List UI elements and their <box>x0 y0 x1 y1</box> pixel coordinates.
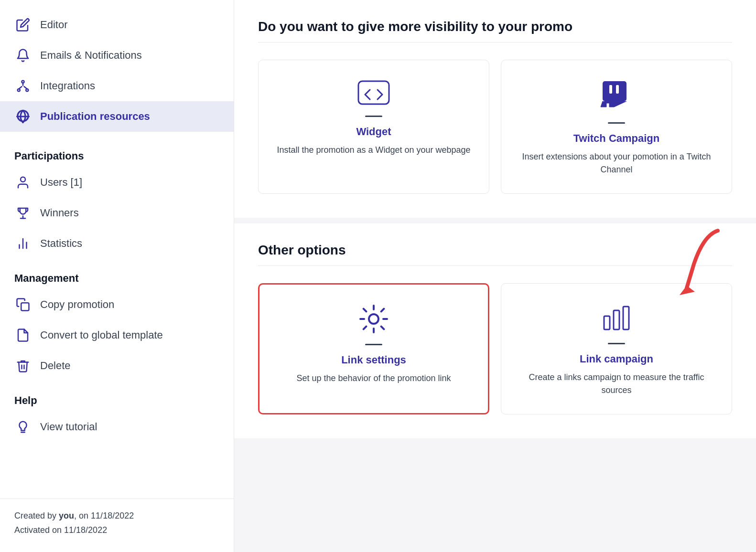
copy-icon <box>14 296 32 313</box>
visibility-divider <box>258 42 732 42</box>
sidebar-item-tutorial-label: View tutorial <box>40 421 97 433</box>
sidebar-item-convert-label: Convert to global template <box>40 329 163 341</box>
svg-rect-10 <box>358 81 389 104</box>
link-campaign-card-title: Link campaign <box>580 353 653 365</box>
sidebar-footer: Created by you, on 11/18/2022 Activated … <box>0 499 234 552</box>
other-options-section: Other options Link settings Set up the b… <box>234 223 756 438</box>
user-icon <box>14 174 32 191</box>
twitch-card-title: Twitch Campaign <box>573 132 660 145</box>
svg-point-4 <box>21 177 25 182</box>
sidebar-item-copy-label: Copy promotion <box>40 298 114 311</box>
link-settings-card-desc: Set up the behavior of the promotion lin… <box>296 372 451 385</box>
sidebar-item-statistics[interactable]: Statistics <box>0 228 234 259</box>
link-campaign-card-desc: Create a links campaign to measure the t… <box>516 371 717 397</box>
sidebar-item-delete[interactable]: Delete <box>0 350 234 381</box>
sidebar-item-publication-label: Publication resources <box>40 110 150 123</box>
management-section-title: Management <box>0 259 234 289</box>
sidebar-item-copy-promotion[interactable]: Copy promotion <box>0 289 234 320</box>
visibility-section: Do you want to give more visibility to y… <box>234 0 756 218</box>
widget-card-divider <box>365 116 382 117</box>
svg-rect-9 <box>21 303 29 310</box>
svg-rect-11 <box>603 81 626 101</box>
bulb-icon <box>14 418 32 435</box>
sidebar-item-statistics-label: Statistics <box>40 237 82 250</box>
code-icon <box>356 79 391 108</box>
widget-card-desc: Install the promotion as a Widget on you… <box>277 144 470 157</box>
other-options-title: Other options <box>258 243 732 258</box>
sidebar-item-delete-label: Delete <box>40 360 71 372</box>
visibility-title: Do you want to give more visibility to y… <box>258 19 732 34</box>
sidebar-item-integrations-label: Integrations <box>40 80 95 92</box>
svg-rect-18 <box>623 307 629 329</box>
gear-icon <box>358 304 389 336</box>
sidebar-item-emails-label: Emails & Notifications <box>40 49 142 62</box>
svg-point-15 <box>369 314 378 324</box>
twitch-card[interactable]: Twitch Campaign Insert extensions about … <box>501 60 732 194</box>
twitch-card-divider <box>608 122 625 124</box>
sidebar-item-convert-template[interactable]: Convert to global template <box>0 320 234 350</box>
sidebar-nav: Editor Emails & Notifications <box>0 0 234 137</box>
sidebar-item-users[interactable]: Users [1] <box>0 167 234 198</box>
svg-rect-13 <box>616 85 619 94</box>
bar-chart-2-icon <box>601 303 632 335</box>
visibility-cards-grid: Widget Install the promotion as a Widget… <box>258 60 732 194</box>
link-settings-card-divider <box>365 344 382 345</box>
bar-chart-icon <box>14 235 32 252</box>
integrations-icon <box>14 77 32 95</box>
trophy-icon <box>14 204 32 222</box>
sidebar: Editor Emails & Notifications <box>0 0 234 552</box>
main-content: Do you want to give more visibility to y… <box>234 0 756 552</box>
sidebar-item-editor-label: Editor <box>40 19 67 31</box>
sidebar-item-editor[interactable]: Editor <box>0 10 234 40</box>
svg-rect-12 <box>609 85 612 94</box>
footer-created: Created by you, on 11/18/2022 <box>14 509 219 523</box>
link-settings-card-title: Link settings <box>341 354 406 366</box>
widget-card[interactable]: Widget Install the promotion as a Widget… <box>258 60 489 194</box>
sidebar-item-publication[interactable]: Publication resources <box>0 101 234 132</box>
link-campaign-card-divider <box>608 343 625 344</box>
participations-section-title: Participations <box>0 137 234 167</box>
widget-card-title: Widget <box>356 126 391 138</box>
twitch-icon <box>600 79 633 115</box>
sidebar-item-emails[interactable]: Emails & Notifications <box>0 40 234 71</box>
svg-rect-17 <box>614 310 619 329</box>
link-campaign-card[interactable]: Link campaign Create a links campaign to… <box>501 283 732 414</box>
sidebar-item-winners-label: Winners <box>40 207 79 219</box>
bell-icon <box>14 47 32 64</box>
help-section-title: Help <box>0 381 234 412</box>
twitch-card-desc: Insert extensions about your pomotion in… <box>516 150 717 176</box>
other-options-divider <box>258 265 732 266</box>
other-options-cards-grid: Link settings Set up the behavior of the… <box>258 283 732 414</box>
sidebar-item-integrations[interactable]: Integrations <box>0 71 234 101</box>
trash-icon <box>14 357 32 374</box>
publication-icon <box>14 108 32 125</box>
file-icon <box>14 327 32 344</box>
svg-rect-16 <box>604 316 610 329</box>
link-settings-card[interactable]: Link settings Set up the behavior of the… <box>258 283 489 414</box>
pencil-icon <box>14 16 32 33</box>
sidebar-item-tutorial[interactable]: View tutorial <box>0 412 234 442</box>
sidebar-item-users-label: Users [1] <box>40 176 82 189</box>
footer-activated: Activated on 11/18/2022 <box>14 523 219 538</box>
sidebar-item-winners[interactable]: Winners <box>0 198 234 228</box>
